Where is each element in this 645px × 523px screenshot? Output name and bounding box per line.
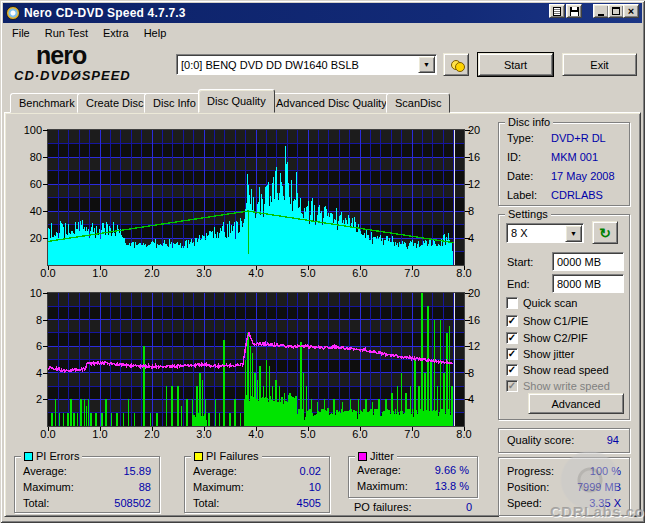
axis-tick bbox=[100, 427, 101, 431]
axis-tick bbox=[464, 427, 465, 431]
tab-benchmark[interactable]: Benchmark bbox=[10, 93, 84, 113]
tab-disc-info[interactable]: Disc Info bbox=[144, 93, 205, 113]
axis-tick bbox=[256, 266, 257, 270]
axis-tick bbox=[100, 266, 101, 270]
axis-tick bbox=[43, 293, 48, 294]
disc-slash-icon: Ø bbox=[71, 68, 82, 83]
pif-average-label: Average: bbox=[193, 465, 237, 477]
axis-tick bbox=[48, 266, 49, 270]
axis-tick bbox=[465, 293, 470, 294]
save-button[interactable] bbox=[566, 4, 582, 18]
start-position-input[interactable]: 0000 MB bbox=[552, 252, 624, 271]
axis-tick bbox=[308, 266, 309, 270]
axis-tick bbox=[465, 399, 470, 400]
exit-button[interactable]: Exit bbox=[562, 53, 637, 76]
show-c1-pie-checkbox[interactable]: ✓Show C1/PIE bbox=[506, 315, 588, 327]
checkbox-icon: ✓ bbox=[506, 364, 518, 376]
maximize-button[interactable] bbox=[608, 4, 624, 18]
copy-icon bbox=[553, 7, 561, 16]
eject-disc-button[interactable] bbox=[443, 53, 469, 76]
speed-label: Speed: bbox=[507, 497, 542, 509]
pif-total-label: Total: bbox=[193, 497, 219, 509]
axis-tick bbox=[360, 427, 361, 431]
tab-disc-quality[interactable]: Disc Quality bbox=[198, 89, 275, 113]
pi-errors-group: PI Errors Average: 15.89 Maximum: 88 Tot… bbox=[14, 456, 160, 513]
disc-date-label: Date: bbox=[507, 170, 533, 182]
y-axis-label: 8 bbox=[12, 314, 42, 326]
start-button[interactable]: Start bbox=[478, 53, 553, 76]
menu-extra[interactable]: Extra bbox=[97, 25, 135, 41]
disc-date-value: 17 May 2008 bbox=[551, 170, 615, 182]
copy-to-clipboard-button[interactable] bbox=[549, 4, 565, 18]
tab-scandisc[interactable]: ScanDisc bbox=[386, 93, 450, 113]
title-bar[interactable]: Nero CD-DVD Speed 4.7.7.3 bbox=[3, 3, 642, 23]
disc-label-label: Label: bbox=[507, 189, 537, 201]
speed-select[interactable]: 8 X ▼ bbox=[506, 223, 584, 243]
axis-tick bbox=[43, 211, 48, 212]
axis-tick bbox=[412, 427, 413, 431]
axis-tick bbox=[464, 266, 465, 270]
pie-maximum-value: 88 bbox=[81, 481, 151, 493]
advanced-button[interactable]: Advanced bbox=[528, 393, 624, 414]
chevron-down-icon[interactable]: ▼ bbox=[418, 56, 435, 73]
axis-tick bbox=[43, 346, 48, 347]
menu-help[interactable]: Help bbox=[138, 25, 173, 41]
y-axis-label: 20 bbox=[12, 232, 42, 244]
jitter-group: Jitter Average: 9.66 % Maximum: 13.8 % bbox=[348, 456, 478, 498]
axis-tick bbox=[465, 130, 470, 131]
window-title: Nero CD-DVD Speed 4.7.7.3 bbox=[24, 6, 186, 20]
floppy-disk-icon bbox=[570, 7, 579, 16]
axis-tick bbox=[152, 266, 153, 270]
tab-create-disc[interactable]: Create Disc bbox=[77, 93, 152, 113]
end-position-input[interactable]: 8000 MB bbox=[552, 274, 624, 293]
show-c2-pif-checkbox[interactable]: ✓Show C2/PIF bbox=[506, 332, 588, 344]
disc-label-value: CDRLABS bbox=[551, 189, 603, 201]
pi-failures-group: PI Failures Average: 0.02 Maximum: 10 To… bbox=[184, 456, 330, 513]
pie-total-label: Total: bbox=[23, 497, 49, 509]
po-failures-value: 0 bbox=[420, 501, 472, 513]
checkbox-icon: ✓ bbox=[506, 332, 518, 344]
menu-run-test[interactable]: Run Test bbox=[39, 25, 94, 41]
show-write-speed-checkbox: ✓Show write speed bbox=[506, 380, 610, 392]
show-jitter-checkbox[interactable]: ✓Show jitter bbox=[506, 348, 574, 360]
axis-tick bbox=[204, 427, 205, 431]
checkbox-icon: ✓ bbox=[506, 297, 518, 309]
menu-bar: File Run Test Extra Help bbox=[3, 23, 642, 42]
close-button[interactable]: × bbox=[623, 4, 639, 18]
y-axis-label: 4 bbox=[12, 367, 42, 379]
disc-type-value: DVD+R DL bbox=[551, 132, 606, 144]
axis-tick bbox=[465, 184, 470, 185]
y-axis-label: 6 bbox=[12, 340, 42, 352]
menu-file[interactable]: File bbox=[6, 25, 36, 41]
speed-select-value: 8 X bbox=[511, 227, 565, 239]
pif-maximum-value: 10 bbox=[251, 481, 321, 493]
tab-advanced-disc-quality[interactable]: Advanced Disc Quality bbox=[267, 93, 396, 113]
right-axis-label: 20 bbox=[468, 287, 494, 299]
chart-plot-1 bbox=[48, 293, 464, 426]
axis-tick bbox=[308, 427, 309, 431]
axis-tick bbox=[412, 266, 413, 270]
pie-total-value: 508502 bbox=[81, 497, 151, 509]
disc-info-group: Disc info Type: DVD+R DL ID: MKM 001 Dat… bbox=[498, 122, 630, 206]
pi-failures-legend-swatch bbox=[194, 452, 203, 461]
cddvd-speed-logo: CD·DVDØSPEED bbox=[14, 68, 131, 83]
quick-scan-checkbox[interactable]: ✓Quick scan bbox=[506, 297, 577, 309]
show-read-speed-checkbox[interactable]: ✓Show read speed bbox=[506, 364, 609, 376]
app-icon bbox=[6, 6, 20, 20]
axis-tick bbox=[465, 238, 470, 239]
axis-tick bbox=[43, 399, 48, 400]
checkbox-icon: ✓ bbox=[506, 348, 518, 360]
axis-tick bbox=[43, 373, 48, 374]
y-axis-label: 10 bbox=[12, 287, 42, 299]
progress-label: Progress: bbox=[507, 465, 554, 477]
chevron-down-icon[interactable]: ▼ bbox=[565, 225, 582, 242]
refresh-button[interactable]: ↻ bbox=[592, 221, 618, 244]
right-axis-label: 20 bbox=[468, 124, 494, 136]
axis-tick bbox=[465, 157, 470, 158]
end-position-label: End: bbox=[507, 278, 530, 290]
drive-select-value: [0:0] BENQ DVD DD DW1640 BSLB bbox=[181, 59, 418, 71]
axis-tick bbox=[43, 184, 48, 185]
minimize-button[interactable] bbox=[593, 4, 609, 18]
drive-select[interactable]: [0:0] BENQ DVD DD DW1640 BSLB ▼ bbox=[176, 54, 437, 75]
right-axis-label: 12 bbox=[468, 178, 494, 190]
